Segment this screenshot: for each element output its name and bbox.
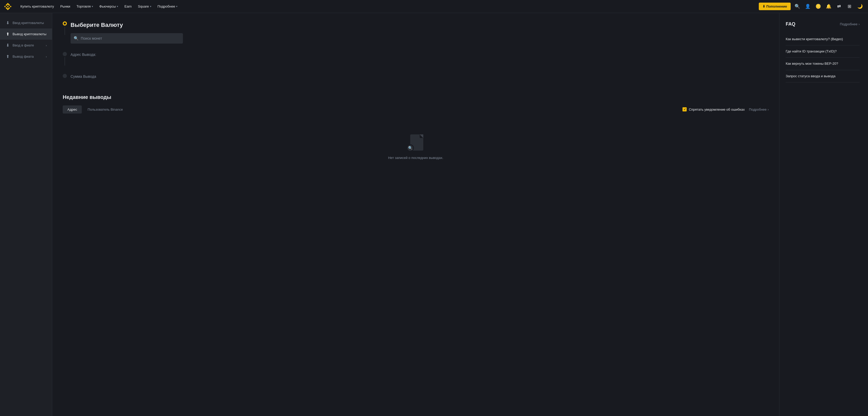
square-chevron-icon: ▾ xyxy=(150,5,151,8)
deposit-crypto-icon: ⬇ xyxy=(5,20,10,25)
deposit-button[interactable]: ⬇ Пополнение xyxy=(759,3,790,10)
fiat-withdraw-icon: ⬆ xyxy=(5,54,10,59)
header: Купить криптовалюту Рынки Торговля ▾ Фью… xyxy=(0,0,868,13)
withdraw-stepper: Выберите Валюту 🔍 xyxy=(63,22,188,78)
step-1-line xyxy=(65,27,65,35)
step-2-body: Адрес Вывода: xyxy=(70,52,188,57)
more-chevron-icon: › xyxy=(768,107,769,111)
sidebar-item-withdraw-crypto[interactable]: ⬆ Вывод криптовалюты xyxy=(0,29,52,40)
tab-group: Адрес Пользователь Binance xyxy=(63,105,127,113)
nav-buy-crypto[interactable]: Купить криптовалюту xyxy=(18,3,57,10)
checkmark-icon: ✓ xyxy=(684,108,686,111)
step-3-dot-inner xyxy=(64,75,66,77)
main-content: Выберите Валюту 🔍 xyxy=(52,13,868,416)
nav-markets[interactable]: Рынки xyxy=(58,3,73,10)
step-1-dot xyxy=(63,22,67,26)
nav-trading[interactable]: Торговля ▾ xyxy=(74,3,96,10)
futures-chevron-icon: ▾ xyxy=(117,5,118,8)
tab-binance-user[interactable]: Пользователь Binance xyxy=(83,105,127,113)
faq-chevron-icon: › xyxy=(859,22,860,26)
faq-item-2[interactable]: Как вернуть мои токены BEP-20? xyxy=(786,58,860,70)
empty-state-icon: 🔍 xyxy=(407,133,425,152)
faq-header: FAQ Подробнее › xyxy=(786,22,860,27)
tab-address[interactable]: Адрес xyxy=(63,105,82,113)
logo[interactable] xyxy=(4,3,11,10)
faq-more-link[interactable]: Подробнее › xyxy=(840,22,860,26)
faq-item-0[interactable]: Как вывести криптовалюту? (Видео) xyxy=(786,33,860,45)
empty-state: 🔍 Нет записей о последних выводах. xyxy=(63,118,769,170)
header-actions: ⬇ Пополнение 🔍 👤 🪙 🔔 ⇄ ⊞ 🌙 xyxy=(759,3,864,10)
sidebar: ⬇ Ввод криптовалюты ⬆ Вывод криптовалюты… xyxy=(0,13,52,416)
content-area: Выберите Валюту 🔍 xyxy=(52,13,779,416)
step-1-dot-inner xyxy=(64,23,66,25)
notifications-icon[interactable]: 🔔 xyxy=(825,3,833,10)
checkbox-icon: ✓ xyxy=(682,107,687,111)
faq-title: FAQ xyxy=(786,22,795,27)
step-1-body: Выберите Валюту 🔍 xyxy=(70,22,188,43)
step-2-dot xyxy=(63,52,67,56)
document-fold xyxy=(420,134,423,138)
step-select-currency: Выберите Валюту 🔍 xyxy=(63,22,188,43)
step-withdraw-amount: Сумма Вывода xyxy=(63,74,188,78)
step-1-title: Выберите Валюту xyxy=(70,22,188,29)
step-withdraw-address: Адрес Вывода: xyxy=(63,52,188,66)
recent-more-link[interactable]: Подробнее › xyxy=(749,107,769,111)
nav-earn[interactable]: Earn xyxy=(122,3,134,10)
step-2-dot-inner xyxy=(64,53,66,55)
withdraw-crypto-icon: ⬆ xyxy=(5,32,10,37)
transfer-icon[interactable]: ⇄ xyxy=(835,3,843,10)
sidebar-item-deposit-crypto[interactable]: ⬇ Ввод криптовалюты xyxy=(0,17,52,29)
nav-square[interactable]: Square ▾ xyxy=(135,3,154,10)
main-nav: Купить криптовалюту Рынки Торговля ▾ Фью… xyxy=(18,3,759,10)
recent-controls: Адрес Пользователь Binance ✓ Спрятать ув… xyxy=(63,105,769,113)
more-chevron-icon: ▾ xyxy=(176,5,178,8)
step-2-line xyxy=(65,57,65,66)
faq-panel: FAQ Подробнее › Как вывести криптовалюту… xyxy=(779,13,868,416)
user-icon[interactable]: 👤 xyxy=(804,3,812,10)
checkbox-label: Спрятать уведомление об ошибках xyxy=(689,107,745,111)
fiat-withdraw-chevron-icon: › xyxy=(46,55,47,58)
hide-errors-checkbox[interactable]: ✓ Спрятать уведомление об ошибках xyxy=(682,107,745,111)
coin-search-input[interactable] xyxy=(70,33,183,43)
wallet-icon[interactable]: 🪙 xyxy=(814,3,822,10)
step-3-indicator xyxy=(63,74,67,78)
nav-futures[interactable]: Фьючерсы ▾ xyxy=(97,3,121,10)
fiat-deposit-icon: ⬇ xyxy=(5,43,10,48)
grid-icon[interactable]: ⊞ xyxy=(845,3,854,10)
recent-withdrawals-section: Недавние выводы Адрес Пользователь Binan… xyxy=(63,94,769,170)
step-3-body: Сумма Вывода xyxy=(70,74,188,78)
recent-right-controls: ✓ Спрятать уведомление об ошибках Подроб… xyxy=(682,107,769,111)
step-2-indicator xyxy=(63,52,67,66)
sidebar-item-fiat-withdraw[interactable]: ⬆ Вывод фиата › xyxy=(0,51,52,62)
step-3-dot xyxy=(63,74,67,78)
search-icon[interactable]: 🔍 xyxy=(793,3,801,10)
sidebar-item-fiat-deposit[interactable]: ⬇ Ввод в фиате › xyxy=(0,40,52,51)
step-1-indicator xyxy=(63,22,67,35)
page-layout: ⬇ Ввод криптовалюты ⬆ Вывод криптовалюты… xyxy=(0,13,868,416)
fiat-deposit-chevron-icon: › xyxy=(46,44,47,47)
coin-search-container: 🔍 xyxy=(70,33,183,43)
theme-icon[interactable]: 🌙 xyxy=(856,3,864,10)
trading-chevron-icon: ▾ xyxy=(92,5,93,8)
recent-title: Недавние выводы xyxy=(63,94,769,100)
nav-more[interactable]: Подробнее ▾ xyxy=(155,3,180,10)
faq-item-3[interactable]: Запрос статуса ввода и вывода xyxy=(786,70,860,82)
step-2-title: Адрес Вывода: xyxy=(70,53,188,57)
faq-item-1[interactable]: Где найти ID транзакции (TxID)? xyxy=(786,45,860,58)
empty-state-text: Нет записей о последних выводах. xyxy=(388,156,443,160)
search-badge-icon: 🔍 xyxy=(407,144,414,152)
step-3-title: Сумма Вывода xyxy=(70,74,188,78)
